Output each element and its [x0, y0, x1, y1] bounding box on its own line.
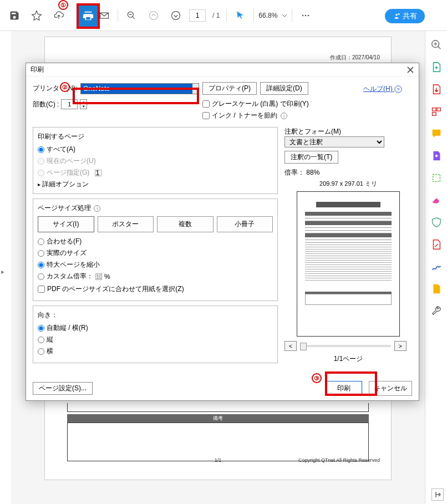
svg-rect-10	[436, 108, 440, 111]
star-icon[interactable]	[28, 7, 45, 24]
shrink-label: 特大ページを縮小	[47, 260, 100, 269]
chevron-down-icon: ▾	[192, 84, 199, 94]
current-page-label: 現在のページ(U)	[47, 156, 96, 166]
page-range-title: 印刷するページ	[38, 132, 273, 141]
radio-all-pages[interactable]	[38, 146, 44, 153]
page-total-label: / 1	[210, 12, 222, 19]
pdf-red-icon[interactable]	[430, 238, 443, 251]
organize-icon[interactable]	[430, 105, 443, 118]
preview-prev-button[interactable]: <	[285, 341, 297, 351]
multiple-button[interactable]: 複数	[157, 216, 214, 232]
copies-spinner[interactable]: ▲▼	[80, 99, 87, 109]
help-link[interactable]: ヘルプ(H) ?	[363, 84, 402, 94]
comment-icon[interactable]	[430, 128, 443, 140]
save-icon[interactable]	[6, 7, 23, 24]
page-number-input[interactable]	[189, 9, 206, 22]
print-button[interactable]	[79, 6, 98, 27]
eraser-icon[interactable]	[430, 194, 443, 206]
radio-landscape[interactable]	[38, 348, 44, 355]
panel-collapse-icon[interactable]	[431, 488, 444, 501]
properties-button[interactable]: プロパティ(P)	[202, 82, 257, 95]
scale-label: 倍率：	[285, 169, 304, 176]
search-plus-icon[interactable]	[430, 39, 443, 51]
pct-label: %	[104, 273, 110, 281]
protect-icon[interactable]	[430, 216, 443, 228]
radio-portrait[interactable]	[38, 337, 44, 343]
booklet-button[interactable]: 小冊子	[217, 216, 273, 232]
fill-sign-icon[interactable]	[430, 150, 443, 162]
comments-list-button[interactable]: 注釈の一覧(T)	[285, 151, 338, 164]
radio-current-page	[38, 158, 44, 165]
orientation-title: 向き：	[38, 310, 273, 320]
sign-blue-icon[interactable]	[430, 261, 443, 273]
info-icon[interactable]: i	[281, 113, 287, 119]
advanced-settings-button[interactable]: 詳細設定(D)	[260, 82, 308, 95]
right-side-panel	[425, 31, 447, 504]
cancel-button[interactable]: キャンセル	[369, 381, 412, 396]
svg-point-5	[308, 14, 309, 16]
landscape-label: 横	[47, 347, 53, 356]
page-setup-button[interactable]: ページ設定(S)...	[33, 382, 93, 395]
radio-page-spec	[38, 170, 44, 176]
left-expand-handle[interactable]: ▸	[0, 266, 6, 277]
biko-header: 備考	[67, 414, 369, 422]
preview-slider[interactable]	[300, 345, 391, 347]
actual-size-label: 実際のサイズ	[47, 248, 87, 258]
grayscale-checkbox[interactable]	[202, 100, 210, 108]
preview-next-button[interactable]: >	[394, 341, 407, 351]
printer-selected-value: OneNote	[83, 85, 110, 93]
svg-text:?: ?	[397, 86, 400, 92]
svg-point-7	[398, 13, 400, 15]
all-pages-label: すべて(A)	[47, 145, 75, 154]
page-up-icon[interactable]	[145, 7, 162, 24]
comments-forms-select[interactable]: 文書と注釈	[285, 136, 384, 147]
cursor-icon[interactable]	[231, 7, 249, 24]
grayscale-label: グレースケール (白黒) で印刷(Y)	[212, 99, 309, 109]
share-button[interactable]: 共有	[385, 9, 425, 23]
dialog-title: 印刷	[31, 65, 44, 74]
doc-copyright: Copyright QTnet All Rights Reserved	[298, 457, 380, 463]
save-ink-checkbox[interactable]	[202, 112, 210, 119]
annotation-2: ②	[60, 82, 70, 92]
copies-label: 部数(C) :	[33, 100, 59, 109]
custom-scale-input	[95, 273, 102, 280]
detail-options-toggle[interactable]: 詳細オプション	[38, 180, 273, 189]
page-spec-input	[95, 170, 101, 176]
file-yellow-icon[interactable]	[430, 283, 443, 295]
radio-fit[interactable]	[38, 238, 44, 245]
poster-button[interactable]: ポスター	[98, 216, 154, 232]
preview-page-indicator: 1/1ページ	[285, 354, 412, 364]
doc-created-date: 作成日：2027/04/10	[330, 54, 380, 62]
create-pdf-icon[interactable]	[430, 61, 443, 73]
export-pdf-icon[interactable]	[430, 83, 443, 95]
chevron-down-icon[interactable]	[282, 13, 287, 18]
close-icon[interactable]	[407, 66, 414, 74]
wrench-icon[interactable]	[430, 305, 443, 317]
page-spec-label: ページ指定(G)	[47, 168, 89, 177]
info-icon[interactable]: i	[94, 205, 100, 212]
annotation-3: ③	[312, 373, 322, 383]
copies-input[interactable]	[61, 99, 78, 109]
tool-green-icon[interactable]	[430, 172, 443, 184]
mail-icon[interactable]	[95, 7, 113, 24]
size-button[interactable]: サイズ(I)	[38, 216, 94, 232]
scale-value: 88%	[306, 169, 319, 176]
radio-custom-scale[interactable]	[38, 273, 44, 280]
printer-select[interactable]: OneNote ▾	[80, 83, 199, 94]
more-icon[interactable]	[297, 7, 314, 24]
fit-label: 合わせる(F)	[47, 237, 82, 246]
choose-paper-checkbox[interactable]	[38, 286, 45, 293]
zoom-level[interactable]: 66.8%	[258, 12, 277, 19]
radio-actual[interactable]	[38, 250, 44, 257]
annotation-1: ①	[58, 0, 68, 10]
radio-shrink[interactable]	[38, 262, 44, 268]
custom-scale-label: カスタム倍率：	[47, 272, 93, 281]
zoom-out-icon[interactable]	[123, 7, 140, 24]
save-ink-label: インク / トナーを節約	[212, 111, 277, 120]
svg-rect-9	[432, 108, 435, 111]
print-confirm-button[interactable]: 印刷	[326, 381, 362, 396]
radio-auto-orient[interactable]	[38, 325, 44, 332]
svg-rect-11	[432, 113, 435, 116]
page-down-icon[interactable]	[167, 7, 185, 24]
svg-point-2	[172, 11, 180, 19]
